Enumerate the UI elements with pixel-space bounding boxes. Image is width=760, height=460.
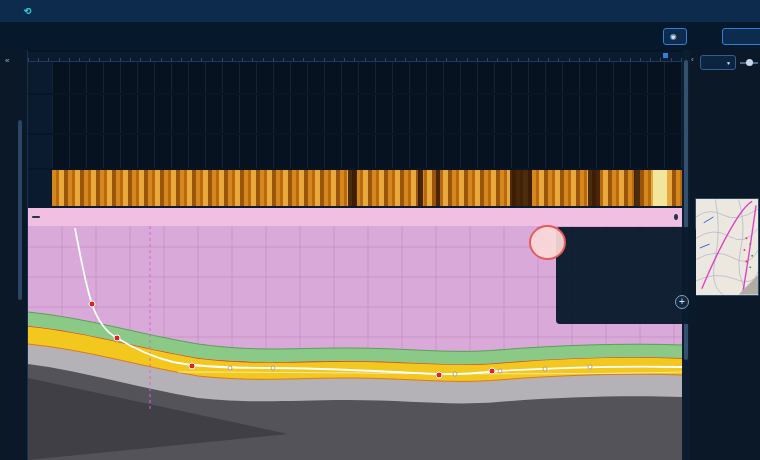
map-well-trajectories — [702, 201, 756, 294]
left-scrollbar[interactable] — [18, 120, 22, 300]
gamma-spectral-plot[interactable] — [52, 62, 682, 93]
right-sidebar: ‹ ▼ — [690, 50, 760, 460]
track-gamma-curves — [28, 95, 682, 135]
map-view-panel — [692, 192, 760, 310]
survey-table-panel — [556, 227, 696, 324]
track-grid — [52, 62, 682, 93]
instruction-card-list — [692, 316, 760, 460]
map-direction-arrows — [700, 217, 714, 248]
track-grid — [52, 95, 682, 133]
track-gamma-spectral — [28, 62, 682, 95]
chevron-down-icon: ▼ — [726, 60, 731, 66]
log-track-panel — [28, 52, 682, 208]
image-streak — [634, 170, 640, 206]
image-streak — [510, 170, 532, 206]
rewind-icon: ⟲ — [24, 6, 32, 16]
track-grid — [52, 135, 682, 168]
image-streak — [418, 170, 423, 206]
zoom-slider-knob[interactable] — [746, 59, 753, 66]
title-bar: ◉ — [0, 22, 760, 50]
track-label-column — [28, 95, 52, 133]
vs-axis-label — [661, 53, 668, 59]
vs-axis-swatch — [663, 53, 668, 58]
track-ca-k — [28, 135, 682, 170]
track-label-column — [28, 135, 52, 168]
ai-insights-icon: ◉ — [670, 32, 677, 41]
image-streak — [436, 170, 440, 206]
gamma-curves-plot[interactable] — [52, 95, 682, 133]
scale-select[interactable]: ▼ — [700, 55, 736, 70]
md-strip-label[interactable] — [674, 214, 678, 220]
rewind-button[interactable]: ⟲ — [24, 6, 35, 16]
track-label-column — [28, 62, 52, 93]
tvd-value-strip — [28, 208, 682, 226]
image-pale-patch — [653, 170, 667, 206]
collapse-right-icon[interactable]: ‹ — [691, 55, 694, 64]
accuracy-badge — [529, 225, 566, 260]
map-shaded-area — [739, 275, 758, 294]
ca-k-plot[interactable] — [52, 135, 682, 168]
add-survey-button[interactable]: + — [675, 295, 689, 309]
image-streak — [588, 170, 600, 206]
image-log-plot[interactable] — [52, 170, 682, 206]
track-label-column — [28, 170, 52, 206]
map-sample-dots — [743, 237, 753, 268]
left-collapsed-panel: « — [0, 50, 28, 460]
image-streak — [348, 170, 357, 206]
ai-insights-button[interactable]: ◉ — [663, 28, 687, 45]
ruler-minor-ticks — [28, 58, 682, 61]
show-mode-button[interactable] — [722, 28, 760, 45]
vs-ruler — [28, 52, 682, 62]
collapse-left-icon[interactable]: « — [5, 56, 9, 65]
zoom-slider[interactable] — [740, 62, 758, 64]
tvd-strip-label[interactable] — [32, 216, 40, 218]
track-image-log — [28, 170, 682, 206]
map-canvas[interactable] — [695, 198, 759, 296]
menu-bar: ⟲ — [0, 0, 760, 22]
